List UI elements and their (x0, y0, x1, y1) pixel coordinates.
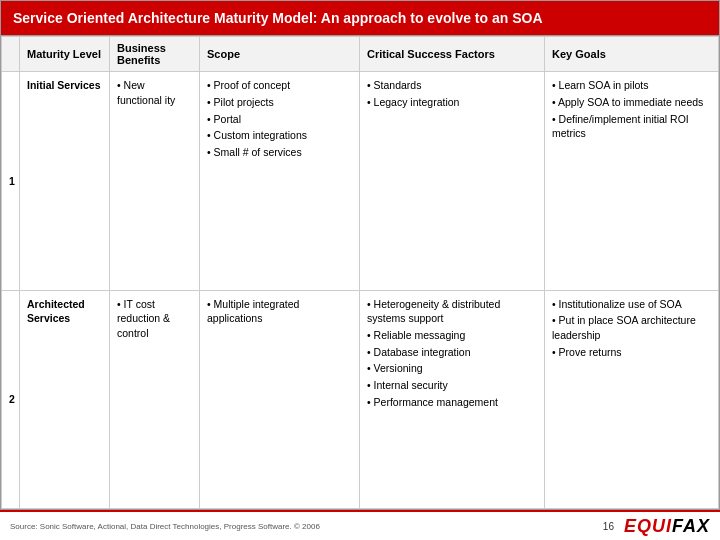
cell-maturity: Architected Services (20, 290, 110, 508)
maturity-table: Maturity Level Business Benefits Scope C… (1, 36, 719, 509)
cell-business: New functional ity (110, 72, 200, 290)
cell-csf: StandardsLegacy integration (360, 72, 545, 290)
footer-logo: EQUIFAX (624, 516, 710, 537)
row-number: 2 (2, 290, 20, 508)
col-header-goals: Key Goals (545, 37, 719, 72)
cell-business: IT cost reduction & control (110, 290, 200, 508)
col-header-scope: Scope (200, 37, 360, 72)
col-header-maturity: Maturity Level (20, 37, 110, 72)
footer-page: 16 (603, 521, 614, 532)
table-row: 1Initial ServicesNew functional ityProof… (2, 72, 719, 290)
cell-maturity: Initial Services (20, 72, 110, 290)
footer: Source: Sonic Software, Actional, Data D… (0, 510, 720, 540)
logo-equifax-part1: EQUI (624, 516, 672, 536)
row-number: 1 (2, 72, 20, 290)
cell-goals: Institutionalize use of SOAPut in place … (545, 290, 719, 508)
cell-csf: Heterogeneity & distributed systems supp… (360, 290, 545, 508)
page-title: Service Oriented Architecture Maturity M… (13, 10, 543, 26)
cell-scope: Proof of conceptPilot projectsPortalCust… (200, 72, 360, 290)
title-bar: Service Oriented Architecture Maturity M… (0, 0, 720, 36)
col-header-num (2, 37, 20, 72)
cell-goals: Learn SOA in pilotsApply SOA to immediat… (545, 72, 719, 290)
logo-equifax-part2: FAX (672, 516, 710, 536)
page: Service Oriented Architecture Maturity M… (0, 0, 720, 540)
table-row: 2Architected ServicesIT cost reduction &… (2, 290, 719, 508)
col-header-business: Business Benefits (110, 37, 200, 72)
main-table-container: Maturity Level Business Benefits Scope C… (0, 36, 720, 510)
cell-scope: Multiple integrated applications (200, 290, 360, 508)
col-header-csf: Critical Success Factors (360, 37, 545, 72)
footer-source: Source: Sonic Software, Actional, Data D… (10, 522, 603, 531)
header-row: Maturity Level Business Benefits Scope C… (2, 37, 719, 72)
